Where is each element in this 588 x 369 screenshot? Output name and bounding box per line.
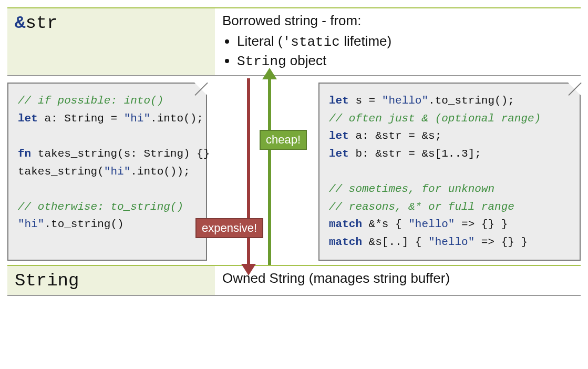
string-type-name: String xyxy=(15,271,79,291)
middle-section: // if possible: into() let a: String = "… xyxy=(7,83,581,260)
comment-often-amp: // often just & (optional range) xyxy=(329,112,541,125)
cheap-arrow xyxy=(268,78,271,264)
right-code-box: let s = "hello".to_string(); // often ju… xyxy=(318,83,581,260)
string-desc: Owned String (manages string buffer) xyxy=(215,266,581,295)
expensive-tag: expensive! xyxy=(195,218,263,238)
str-row: &str Borrowed string - from: Literal ('s… xyxy=(7,7,581,76)
up-arrow-head-icon xyxy=(262,68,277,79)
owned-desc: Owned String (manages string buffer) xyxy=(222,269,573,288)
bullet-string-obj: String object xyxy=(237,52,573,71)
string-row: String Owned String (manages string buff… xyxy=(7,265,581,296)
str-type-name: str xyxy=(25,13,57,33)
comment-into: // if possible: into() xyxy=(18,95,163,107)
comment-sometimes2: // reasons, &* or full range xyxy=(329,201,514,213)
bullet-literal: Literal ('static lifetime) xyxy=(237,32,573,52)
down-arrow-head-icon xyxy=(241,264,256,275)
borrowed-list: Literal ('static lifetime) String object xyxy=(222,32,573,71)
comment-sometimes1: // sometimes, for unknown xyxy=(329,183,494,195)
str-desc: Borrowed string - from: Literal ('static… xyxy=(215,8,581,75)
ampersand: & xyxy=(15,13,25,33)
comment-tostring: // otherwise: to_string() xyxy=(18,201,183,213)
str-type-cell: &str xyxy=(7,8,215,75)
string-type-cell: String xyxy=(7,266,215,295)
arrows-area: cheap! expensive! xyxy=(207,83,312,260)
left-code-box: // if possible: into() let a: String = "… xyxy=(7,83,207,260)
cheap-tag: cheap! xyxy=(260,130,307,150)
borrowed-title: Borrowed string - from: xyxy=(222,12,573,30)
